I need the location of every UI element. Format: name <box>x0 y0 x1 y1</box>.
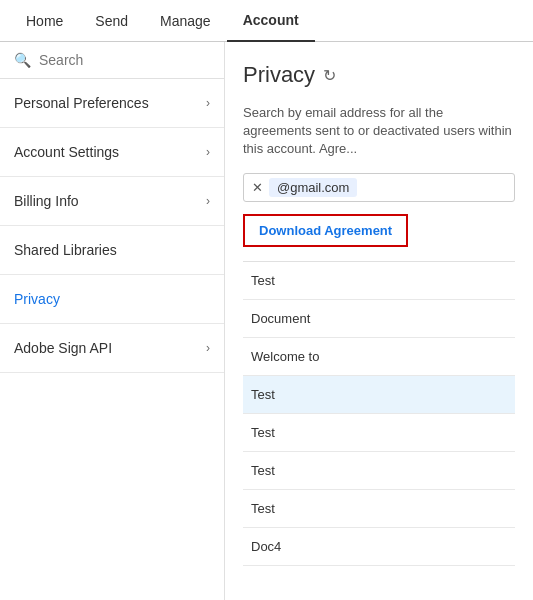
sidebar-item-shared-libraries[interactable]: Shared Libraries <box>0 226 224 275</box>
chevron-down-icon: › <box>206 145 210 159</box>
search-input[interactable] <box>39 52 210 68</box>
chevron-down-icon: › <box>206 341 210 355</box>
nav-send[interactable]: Send <box>79 0 144 42</box>
search-icon: 🔍 <box>14 52 31 68</box>
agreement-row[interactable]: Test <box>243 262 515 300</box>
close-icon[interactable]: ✕ <box>252 180 263 195</box>
agreement-list: TestDocumentWelcome toTestTestTestTestDo… <box>243 261 515 566</box>
sidebar-item-label: Account Settings <box>14 144 119 160</box>
main-layout: 🔍 Personal Preferences › Account Setting… <box>0 42 533 600</box>
agreement-row[interactable]: Welcome to <box>243 338 515 376</box>
sidebar-item-label: Billing Info <box>14 193 79 209</box>
sidebar-item-privacy[interactable]: Privacy <box>0 275 224 324</box>
sidebar-item-label: Shared Libraries <box>14 242 117 258</box>
sidebar-item-account-settings[interactable]: Account Settings › <box>0 128 224 177</box>
description-text: Search by email address for all the agre… <box>243 104 515 159</box>
agreement-row[interactable]: Document <box>243 300 515 338</box>
email-input-row: ✕ @gmail.com <box>243 173 515 202</box>
agreement-row[interactable]: Test <box>243 490 515 528</box>
sidebar: 🔍 Personal Preferences › Account Setting… <box>0 42 225 600</box>
refresh-icon[interactable]: ↻ <box>323 66 336 85</box>
download-agreement-button[interactable]: Download Agreement <box>243 214 408 247</box>
page-title-text: Privacy <box>243 62 315 88</box>
agreement-row[interactable]: Test <box>243 376 515 414</box>
sidebar-item-adobe-sign-api[interactable]: Adobe Sign API › <box>0 324 224 373</box>
agreement-row[interactable]: Doc4 <box>243 528 515 566</box>
nav-home[interactable]: Home <box>10 0 79 42</box>
agreement-row[interactable]: Test <box>243 452 515 490</box>
sidebar-item-label: Personal Preferences <box>14 95 149 111</box>
sidebar-item-billing-info[interactable]: Billing Info › <box>0 177 224 226</box>
email-chip: @gmail.com <box>269 178 357 197</box>
top-nav: Home Send Manage Account <box>0 0 533 42</box>
sidebar-item-personal-preferences[interactable]: Personal Preferences › <box>0 79 224 128</box>
sidebar-item-label: Privacy <box>14 291 60 307</box>
nav-account[interactable]: Account <box>227 0 315 42</box>
chevron-down-icon: › <box>206 194 210 208</box>
content-area: Privacy ↻ Search by email address for al… <box>225 42 533 600</box>
search-box[interactable]: 🔍 <box>0 42 224 79</box>
chevron-down-icon: › <box>206 96 210 110</box>
page-title: Privacy ↻ <box>243 62 515 88</box>
sidebar-item-label: Adobe Sign API <box>14 340 112 356</box>
agreement-row[interactable]: Test <box>243 414 515 452</box>
nav-manage[interactable]: Manage <box>144 0 227 42</box>
